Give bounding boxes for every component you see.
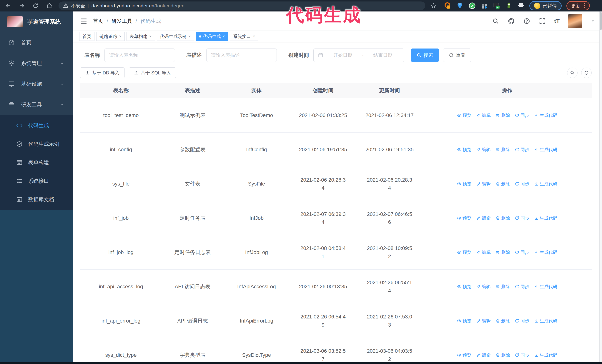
sidebar-item-system[interactable]: 系统管理	[0, 53, 73, 74]
breadcrumb-home[interactable]: 首页	[93, 18, 103, 25]
sync-link[interactable]: 同步	[515, 317, 529, 324]
preview-link[interactable]: 预览	[457, 283, 472, 290]
close-icon[interactable]: ×	[253, 34, 255, 39]
sidebar-item-db-doc[interactable]: 数据库文档	[0, 190, 73, 209]
toggle-search-button[interactable]	[567, 68, 578, 78]
generate-code-link[interactable]: 生成代码	[534, 112, 557, 119]
profile-paused-button[interactable]: 已暂停	[529, 1, 562, 10]
fullscreen-icon[interactable]	[539, 17, 546, 25]
home-icon[interactable]	[45, 1, 54, 10]
search-icon[interactable]	[492, 17, 499, 25]
delete-link[interactable]: 删除	[495, 352, 510, 358]
generate-code-link[interactable]: 生成代码	[534, 283, 557, 290]
sidebar-item-devtools[interactable]: 研发工具	[0, 94, 73, 115]
help-question-icon[interactable]	[523, 17, 530, 25]
sidebar-fold-icon[interactable]	[79, 17, 88, 26]
font-size-icon[interactable]: tT	[554, 18, 560, 24]
edit-link[interactable]: 编辑	[476, 146, 491, 153]
generate-code-link[interactable]: 生成代码	[534, 317, 557, 324]
tab-form-builder[interactable]: 表单构建×	[127, 32, 155, 41]
sidebar-item-infra[interactable]: 基础设施	[0, 74, 73, 94]
preview-link[interactable]: 预览	[457, 215, 472, 221]
preview-link[interactable]: 预览	[457, 249, 472, 256]
edit-link[interactable]: 编辑	[476, 180, 491, 187]
app-logo[interactable]: 芋道管理系统	[0, 11, 73, 32]
preview-link[interactable]: 预览	[457, 352, 472, 358]
sync-link[interactable]: 同步	[515, 249, 529, 256]
extensions-puzzle-icon[interactable]	[517, 2, 525, 9]
sync-link[interactable]: 同步	[515, 112, 529, 119]
preview-link[interactable]: 预览	[457, 180, 472, 187]
edit-link[interactable]: 编辑	[476, 317, 491, 324]
scrollbar-thumb[interactable]	[600, 12, 602, 30]
sync-link[interactable]: 同步	[515, 180, 529, 187]
extension-proxy-icon[interactable]	[444, 2, 451, 9]
delete-link[interactable]: 删除	[495, 146, 510, 153]
sidebar-item-codegen-example[interactable]: 代码生成示例	[0, 135, 73, 153]
sql-import-button[interactable]: 基于 SQL 导入	[129, 67, 176, 78]
extension-shield-check-icon[interactable]	[469, 2, 476, 9]
table-desc-input[interactable]	[211, 52, 272, 58]
sidebar-item-form-builder[interactable]: 表单构建	[0, 153, 73, 172]
delete-link[interactable]: 删除	[495, 112, 510, 119]
delete-link[interactable]: 删除	[495, 180, 510, 187]
generate-code-link[interactable]: 生成代码	[534, 352, 557, 358]
close-icon[interactable]: ×	[188, 34, 191, 39]
table-name-input[interactable]	[109, 52, 170, 58]
sync-link[interactable]: 同步	[515, 215, 529, 221]
edit-link[interactable]: 编辑	[476, 215, 491, 221]
sync-link[interactable]: 同步	[515, 146, 529, 153]
browser-menu-dots-icon[interactable]	[584, 3, 585, 8]
edit-link[interactable]: 编辑	[476, 249, 491, 256]
page-scrollbar[interactable]	[599, 11, 602, 362]
close-icon[interactable]: ×	[149, 34, 152, 39]
generate-code-link[interactable]: 生成代码	[534, 215, 557, 221]
address-bar[interactable]: 不安全 | dashboard.yudao.iocoder.cn/tool/co…	[59, 1, 425, 10]
extension-dark-on-icon[interactable]: on	[493, 2, 500, 9]
user-avatar[interactable]	[568, 14, 582, 28]
generate-code-link[interactable]: 生成代码	[534, 146, 557, 153]
reload-icon[interactable]	[31, 1, 40, 10]
tab-codegen-example[interactable]: 代码生成示例×	[157, 32, 194, 41]
reset-button[interactable]: 重置	[443, 49, 471, 62]
github-icon[interactable]	[507, 17, 515, 25]
edit-link[interactable]: 编辑	[476, 283, 491, 290]
preview-link[interactable]: 预览	[457, 112, 472, 119]
edit-link[interactable]: 编辑	[476, 352, 491, 358]
refresh-table-button[interactable]	[581, 68, 592, 78]
db-import-button[interactable]: 基于 DB 导入	[80, 67, 125, 78]
delete-link[interactable]: 删除	[495, 317, 510, 324]
sync-link[interactable]: 同步	[515, 352, 529, 358]
sidebar-item-home[interactable]: 首页	[0, 32, 73, 53]
sync-link[interactable]: 同步	[515, 283, 529, 290]
date-range-picker[interactable]: 开始日期 - 结束日期	[313, 49, 404, 62]
delete-link[interactable]: 删除	[495, 249, 510, 256]
search-button[interactable]: 搜索	[411, 49, 439, 62]
extension-grid-drop-icon[interactable]	[481, 2, 488, 9]
delete-link[interactable]: 删除	[495, 215, 510, 221]
delete-link[interactable]: 删除	[495, 283, 510, 290]
back-icon[interactable]	[4, 1, 13, 10]
generate-code-link[interactable]: 生成代码	[534, 180, 557, 187]
tab-home[interactable]: 首页	[79, 32, 95, 41]
extension-gem-icon[interactable]	[456, 2, 463, 9]
bookmark-star-icon[interactable]	[429, 1, 438, 10]
sidebar-item-system-api[interactable]: 系统接口	[0, 172, 73, 190]
table-row: inf_api_error_log API 错误日志 InfApiErrorLo…	[80, 304, 592, 338]
preview-link[interactable]: 预览	[457, 317, 472, 324]
close-icon[interactable]: ×	[119, 34, 121, 39]
preview-link[interactable]: 预览	[457, 146, 472, 153]
forward-icon[interactable]	[17, 1, 26, 10]
browser-update-button[interactable]: 更新	[566, 1, 590, 10]
sidebar-item-codegen[interactable]: 代码生成	[0, 116, 73, 135]
edit-link[interactable]: 编辑	[476, 112, 491, 119]
not-secure-label: 不安全	[71, 3, 85, 9]
close-icon[interactable]: ×	[223, 34, 225, 39]
tab-system-api[interactable]: 系统接口×	[230, 32, 258, 41]
extension-green-bot-icon[interactable]	[505, 2, 512, 9]
generate-code-link[interactable]: 生成代码	[534, 249, 557, 256]
tab-codegen[interactable]: 代码生成×	[196, 32, 228, 41]
breadcrumb-devtools[interactable]: 研发工具	[111, 18, 132, 25]
tab-tracing[interactable]: 链路追踪×	[96, 32, 125, 41]
avatar-caret-down-icon[interactable]	[591, 19, 595, 23]
